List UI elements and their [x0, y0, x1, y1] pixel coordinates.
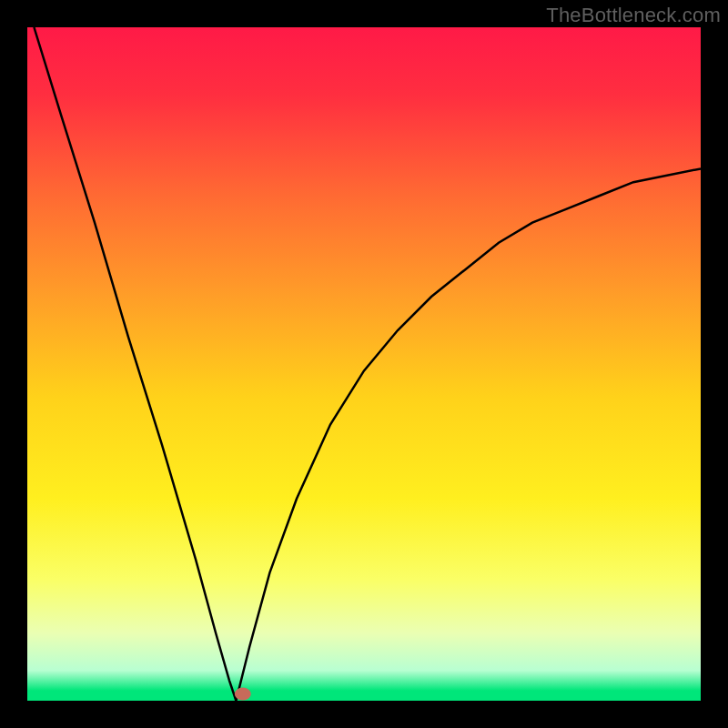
- bottleneck-chart: [27, 27, 701, 701]
- optimum-marker: [235, 688, 251, 701]
- watermark-text: TheBottleneck.com: [546, 4, 721, 27]
- chart-frame: TheBottleneck.com: [0, 0, 728, 728]
- gradient-background: [27, 27, 701, 701]
